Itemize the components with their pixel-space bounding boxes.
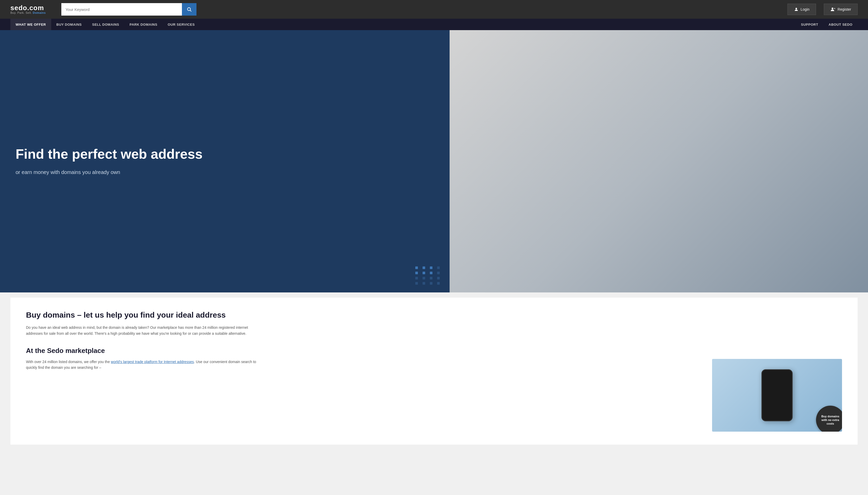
nav-item-our-services[interactable]: OUR SERVICES	[163, 19, 200, 30]
dot	[415, 267, 418, 269]
main-section-description: Do you have an ideal web address in mind…	[26, 325, 260, 336]
dot	[437, 267, 440, 269]
hero-section: Find the perfect web address or earn mon…	[0, 30, 868, 292]
register-icon	[830, 7, 835, 12]
main-content-card: Buy domains – let us help you find your …	[11, 297, 857, 445]
user-icon	[794, 7, 799, 12]
nav-item-sell-domains[interactable]: SELL DOMAINS	[87, 19, 124, 30]
nav-item-what-we-offer[interactable]: WHAT WE OFFER	[11, 19, 51, 30]
dot	[415, 277, 418, 279]
dot	[430, 277, 432, 279]
content-wrapper: Buy domains – let us help you find your …	[0, 292, 868, 460]
nav-item-buy-domains[interactable]: BUY DOMAINS	[51, 19, 87, 30]
phone-mockup	[762, 369, 792, 421]
hero-left: Find the perfect web address or earn mon…	[0, 30, 450, 292]
subsection-link[interactable]: world's largest trade platform for Inter…	[111, 360, 194, 364]
svg-point-2	[796, 8, 797, 10]
bottom-image: Buy domains with no extra costs	[712, 359, 842, 432]
register-button[interactable]: Register	[824, 4, 857, 15]
dot	[437, 272, 440, 274]
dot	[430, 282, 432, 285]
logo-name: sedo.com	[11, 4, 46, 11]
svg-point-0	[187, 7, 190, 11]
dot	[437, 282, 440, 285]
search-input[interactable]	[61, 3, 182, 16]
bottom-text: With over 24 million listed domains, we …	[26, 359, 707, 371]
hero-image	[450, 30, 868, 292]
svg-point-3	[832, 7, 833, 10]
hero-title: Find the perfect web address	[16, 147, 434, 162]
dot	[422, 272, 425, 274]
dot	[415, 282, 418, 285]
login-button[interactable]: Login	[787, 4, 816, 15]
dot	[422, 282, 425, 285]
subsection-title: At the Sedo marketplace	[26, 347, 842, 355]
dot	[437, 277, 440, 279]
hero-subtitle: or earn money with domains you already o…	[16, 168, 434, 176]
header: sedo.com Buy. Park. Sell. Domains Login …	[0, 0, 868, 19]
nav-item-park-domains[interactable]: PARK DOMAINS	[124, 19, 163, 30]
logo-tagline: Buy. Park. Sell. Domains	[11, 11, 46, 14]
dot	[422, 267, 425, 269]
office-background	[450, 30, 868, 292]
dot	[415, 272, 418, 274]
logo[interactable]: sedo.com Buy. Park. Sell. Domains	[11, 4, 46, 14]
svg-line-1	[190, 11, 191, 12]
dot	[422, 277, 425, 279]
main-nav: WHAT WE OFFER BUY DOMAINS SELL DOMAINS P…	[0, 19, 868, 30]
subsection-text: With over 24 million listed domains, we …	[26, 359, 260, 371]
search-button[interactable]	[182, 3, 197, 16]
main-section-title: Buy domains – let us help you find your …	[26, 311, 842, 320]
buy-domains-badge: Buy domains with no extra costs	[816, 406, 842, 432]
dot	[430, 267, 432, 269]
search-bar	[61, 3, 197, 16]
dots-pattern	[415, 267, 442, 285]
bottom-section: With over 24 million listed domains, we …	[26, 359, 842, 432]
dot	[430, 272, 432, 274]
nav-item-about-sedo[interactable]: About Sedo	[823, 19, 857, 30]
hero-right	[450, 30, 868, 292]
search-icon	[187, 7, 192, 12]
nav-item-support[interactable]: Support	[796, 19, 823, 30]
